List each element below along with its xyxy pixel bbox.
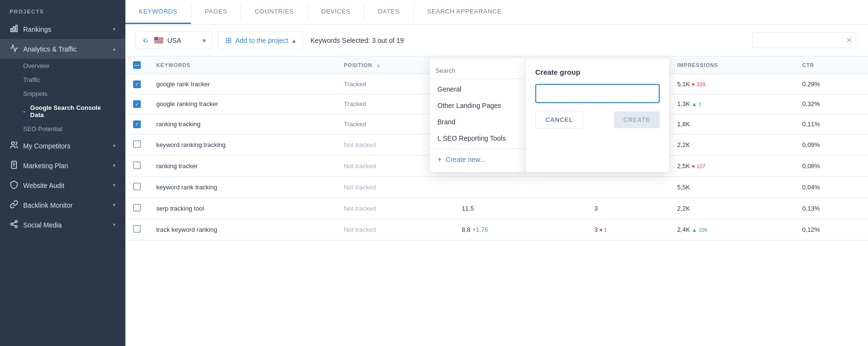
ctr-cell: 0,12%	[795, 219, 868, 240]
sidebar-item-label: Analytics & Traffic	[23, 45, 77, 53]
plus-square-icon: ⊞	[225, 36, 231, 45]
sidebar-sub-item-google-search-console[interactable]: Google Search Console Data	[23, 101, 125, 122]
sort-icon: ▲	[376, 62, 382, 68]
activity-icon	[10, 44, 18, 54]
clipboard-icon	[10, 160, 18, 171]
add-to-project-button[interactable]: ⊞ Add to the project ▴	[218, 31, 303, 49]
sidebar-sub-item-overview[interactable]: Overview	[23, 59, 125, 73]
sidebar-item-label: Backlink Monitor	[23, 201, 73, 209]
tab-dates[interactable]: DATES	[365, 0, 413, 24]
keywords-selected-label: Keywords Selected: 3 out of 19	[311, 37, 404, 44]
row-checkbox[interactable]	[133, 161, 141, 169]
cancel-button[interactable]: CANCEL	[535, 111, 583, 129]
link-icon	[10, 200, 18, 210]
chevron-down-icon: ▾	[203, 37, 206, 44]
sub-item-label: SEO Potential	[23, 125, 63, 133]
sub-item-label: Snippets	[23, 90, 48, 97]
chevron-down-icon: ▾	[113, 202, 116, 208]
row-checkbox[interactable]: ✓	[133, 80, 141, 88]
country-selector[interactable]: G 🇺🇸 USA ▾	[135, 31, 212, 49]
dropdown-item-l-seo[interactable]: L SEO Reporting Tools	[430, 130, 525, 146]
svg-rect-0	[11, 28, 12, 32]
ctr-cell: 0,04%	[795, 176, 868, 198]
row-checkbox[interactable]: ✓	[133, 120, 141, 128]
keyword-cell: track keyword ranking	[149, 219, 336, 240]
main-content: KEYWORDS PAGES COUNTRIES DEVICES DATES S…	[125, 0, 868, 346]
sidebar-item-label: Rankings	[23, 26, 51, 33]
sidebar-item-analytics-traffic[interactable]: Analytics & Traffic ▴	[0, 39, 125, 59]
svg-line-8	[13, 225, 15, 226]
country-label: USA	[167, 37, 181, 44]
column-ctr: CTR	[795, 56, 868, 74]
impressions-cell: 5,5K	[669, 176, 794, 198]
dropdown-create-new[interactable]: + Create new...	[430, 151, 525, 168]
keyword-cell: google ranking tracker	[149, 94, 336, 114]
create-button[interactable]: CREATE	[614, 111, 660, 128]
sidebar-item-rankings[interactable]: Rankings ▾	[0, 19, 125, 39]
sidebar-sub-item-traffic[interactable]: Traffic	[23, 73, 125, 87]
sidebar-item-my-competitors[interactable]: My Competitors ▾	[0, 136, 125, 156]
sub-item-label: Overview	[23, 62, 49, 69]
sidebar-item-label: Marketing Plan	[23, 162, 68, 170]
create-group-input[interactable]	[535, 84, 660, 103]
analytics-sub-menu: Overview Traffic Snippets Google Search …	[0, 59, 125, 136]
chevron-down-icon: ▾	[113, 222, 116, 228]
chevron-up-icon: ▴	[292, 37, 296, 44]
row-checkbox[interactable]	[133, 204, 141, 212]
ctr-cell: 0,32%	[795, 94, 868, 114]
keyword-cell: google rank tracker	[149, 74, 336, 94]
sidebar-item-social-media[interactable]: Social Media ▾	[0, 215, 125, 235]
bar-chart-icon	[10, 24, 18, 34]
sidebar: PROJECTS Rankings ▾ Analytics & Traffic …	[0, 0, 125, 346]
sidebar-item-website-audit[interactable]: Website Audit ▾	[0, 175, 125, 195]
add-to-project-dropdown: General Other Landing Pages Brand L SEO …	[429, 58, 670, 173]
ctr-cell: 0,09%	[795, 134, 868, 155]
dropdown-menu: General Other Landing Pages Brand L SEO …	[429, 58, 526, 173]
column-keywords: KEYWORDS	[149, 56, 336, 74]
table-row: keyword rank tracking Not tracked 5,5K 0…	[125, 176, 868, 198]
svg-rect-2	[16, 25, 17, 32]
projects-label: PROJECTS	[0, 0, 125, 19]
close-icon[interactable]: ✕	[846, 36, 852, 45]
flag-icon: 🇺🇸	[154, 36, 163, 45]
tab-pages[interactable]: PAGES	[191, 0, 241, 24]
tab-devices[interactable]: DEVICES	[308, 0, 364, 24]
row-checkbox[interactable]	[133, 183, 141, 190]
table-row: serp tracking tool Not tracked 11,5 3 2,…	[125, 198, 868, 219]
keyword-search-box: ✕	[752, 32, 858, 48]
impressions-cell: 2,2K	[669, 198, 794, 219]
impressions-cell: 2,4K ▲ 106	[669, 219, 794, 240]
dropdown-item-brand[interactable]: Brand	[430, 114, 525, 130]
impressions-cell: 5,1K ♥ 339	[669, 74, 794, 94]
tab-keywords[interactable]: KEYWORDS	[125, 0, 191, 24]
create-group-actions: CANCEL CREATE	[535, 111, 660, 129]
dropdown-item-general[interactable]: General	[430, 81, 525, 97]
chevron-down-icon: ▾	[113, 162, 116, 169]
avg-position-cell: 11,5	[454, 198, 587, 219]
users-icon	[10, 141, 18, 151]
row-checkbox[interactable]: ✓	[133, 100, 141, 108]
keyword-search-input[interactable]	[759, 37, 843, 44]
sidebar-item-backlink-monitor[interactable]: Backlink Monitor ▾	[0, 195, 125, 215]
row-checkbox[interactable]	[133, 140, 141, 148]
avg-position-cell: 8,8 +1,76	[454, 219, 587, 240]
google-icon: G	[141, 36, 150, 45]
keyword-cell: ranking tracking	[149, 114, 336, 134]
dropdown-search-input[interactable]	[435, 67, 519, 74]
sub-item-label: Traffic	[23, 76, 40, 83]
chevron-down-icon: ▾	[113, 143, 116, 149]
create-group-panel: Create group CANCEL CREATE	[525, 58, 670, 173]
tab-countries[interactable]: COUNTRIES	[241, 0, 307, 24]
table-row: track keyword ranking Not tracked 8,8 +1…	[125, 219, 868, 240]
sidebar-item-label: Social Media	[23, 221, 62, 229]
sidebar-item-marketing-plan[interactable]: Marketing Plan ▾	[0, 156, 125, 175]
row-checkbox[interactable]	[133, 225, 141, 233]
select-all-checkbox[interactable]: —	[133, 61, 141, 69]
dropdown-item-other-landing-pages[interactable]: Other Landing Pages	[430, 97, 525, 114]
sidebar-sub-item-seo-potential[interactable]: SEO Potential	[23, 122, 125, 136]
tab-search-appearance[interactable]: SEARCH APPEARANCE	[414, 0, 515, 24]
impressions-cell: 2,2K	[669, 134, 794, 155]
sidebar-sub-item-snippets[interactable]: Snippets	[23, 87, 125, 101]
clicks-cell: 3 ♥ 1	[586, 219, 669, 240]
keyword-cell: keyword ranking tracking	[149, 134, 336, 155]
